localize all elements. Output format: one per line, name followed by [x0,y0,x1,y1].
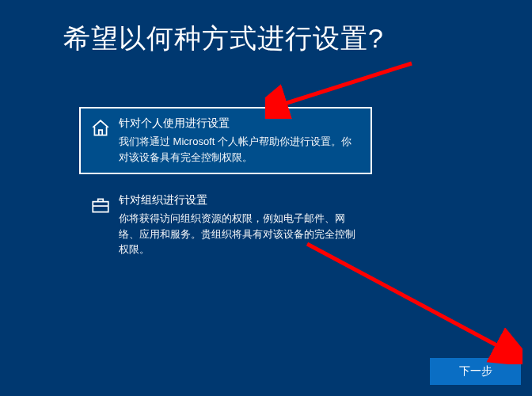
option-organization-title: 针对组织进行设置 [119,193,361,208]
option-organization-text: 针对组织进行设置 你将获得访问组织资源的权限，例如电子邮件、网络、应用和服务。贵… [119,193,361,257]
option-personal-desc: 我们将通过 Microsoft 个人帐户帮助你进行设置。你对该设备具有完全控制权… [119,134,361,165]
svg-rect-0 [93,202,108,212]
next-button[interactable]: 下一步 [430,358,521,385]
page-title: 希望以何种方式进行设置? [63,21,384,57]
option-organization[interactable]: 针对组织进行设置 你将获得访问组织资源的权限，例如电子邮件、网络、应用和服务。贵… [79,184,372,267]
option-personal[interactable]: 针对个人使用进行设置 我们将通过 Microsoft 个人帐户帮助你进行设置。你… [79,107,372,174]
svg-line-2 [279,63,412,105]
briefcase-icon [90,195,111,215]
option-organization-desc: 你将获得访问组织资源的权限，例如电子邮件、网络、应用和服务。贵组织将具有对该设备… [119,211,361,257]
option-personal-text: 针对个人使用进行设置 我们将通过 Microsoft 个人帐户帮助你进行设置。你… [119,116,361,165]
home-icon [90,118,111,139]
option-personal-title: 针对个人使用进行设置 [119,116,361,131]
setup-options: 针对个人使用进行设置 我们将通过 Microsoft 个人帐户帮助你进行设置。你… [79,107,372,276]
